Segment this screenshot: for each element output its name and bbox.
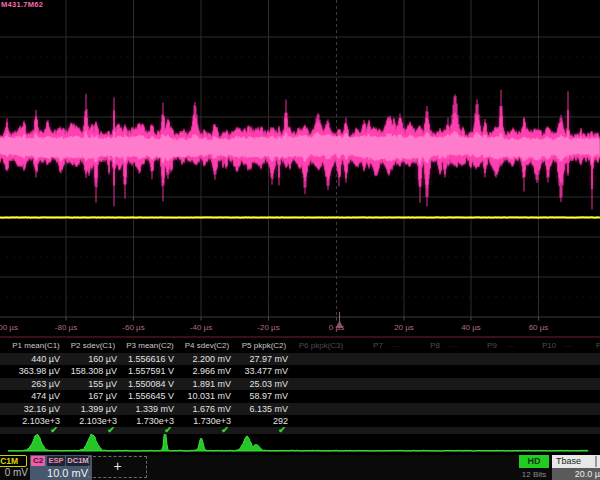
svg-text:-20 µs: -20 µs [257, 323, 279, 332]
svg-text:-100 µs: -100 µs [0, 323, 18, 332]
svg-text:-80 µs: -80 µs [55, 323, 77, 332]
svg-text:40 µs: 40 µs [461, 323, 481, 332]
svg-text:20 µs: 20 µs [394, 323, 414, 332]
svg-text:-60 µs: -60 µs [122, 323, 144, 332]
svg-text:60 µs: 60 µs [529, 323, 549, 332]
svg-text:-40 µs: -40 µs [190, 323, 212, 332]
